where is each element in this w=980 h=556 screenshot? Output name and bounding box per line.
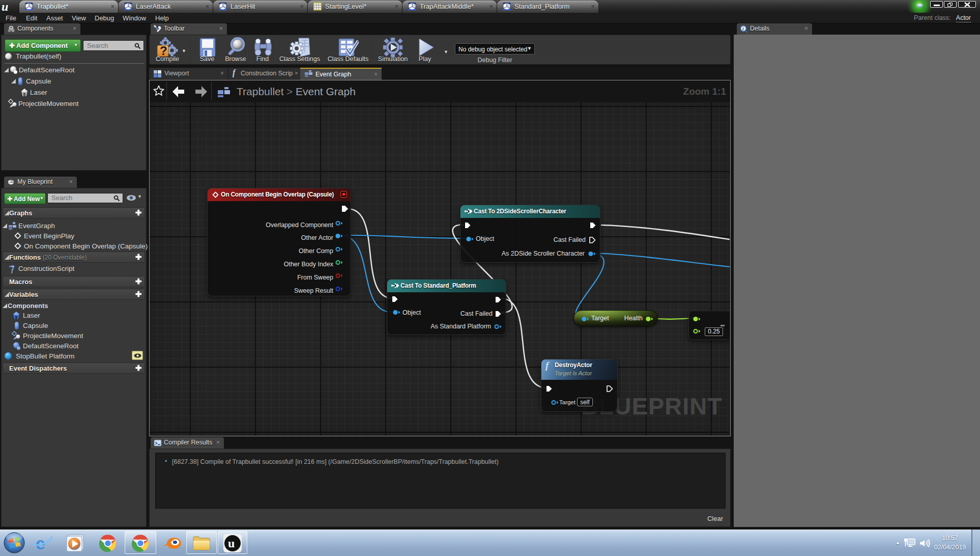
svg-text:u: u — [2, 1, 8, 12]
svg-text:u: u — [228, 537, 235, 550]
